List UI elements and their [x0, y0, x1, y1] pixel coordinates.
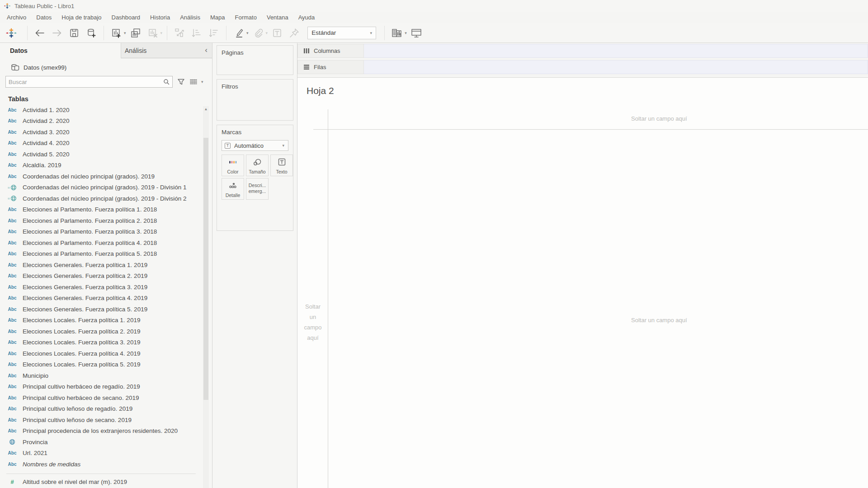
field-item[interactable]: AbcActividad 2. 2020: [0, 116, 202, 127]
field-label: Principal procedencia de los extranjeros…: [23, 427, 178, 434]
highlight-caret-icon[interactable]: ▾: [246, 31, 249, 35]
filters-shelf[interactable]: Filtros: [217, 79, 293, 121]
field-item[interactable]: AbcElecciones al Parlamento. Fuerza polí…: [0, 204, 202, 216]
field-item[interactable]: AbcElecciones Locales. Fuerza política 5…: [0, 359, 202, 371]
search-input[interactable]: [9, 79, 163, 85]
field-item[interactable]: =Coordenadas del núcleo principal (grado…: [0, 193, 202, 204]
detail-button[interactable]: Detalle: [222, 178, 244, 200]
clear-sheet-icon[interactable]: [145, 25, 160, 41]
new-worksheet-icon[interactable]: [108, 25, 124, 41]
columns-shelf-drop-area[interactable]: [364, 44, 868, 58]
field-item[interactable]: AbcPrincipal cultivo leñoso de secano. 2…: [0, 414, 202, 426]
highlight-icon[interactable]: [231, 25, 246, 41]
new-worksheet-caret-icon[interactable]: ▾: [124, 31, 126, 35]
duplicate-sheet-icon[interactable]: [128, 25, 143, 41]
field-item[interactable]: #Altitud sobre el nivel del mar (m). 201…: [0, 477, 202, 488]
group-members-caret-icon[interactable]: ▾: [266, 31, 268, 35]
field-item[interactable]: AbcMunicipio: [0, 370, 202, 381]
field-item[interactable]: AbcActividad 4. 2020: [0, 138, 202, 149]
field-item[interactable]: AbcCoordenadas del núcleo principal (gra…: [0, 171, 202, 182]
field-item[interactable]: AbcUrl. 2021: [0, 448, 202, 459]
drop-zone-top[interactable]: Soltar un campo aquí: [631, 115, 687, 122]
color-button[interactable]: Color: [222, 155, 244, 176]
field-item[interactable]: AbcElecciones Locales. Fuerza política 2…: [0, 326, 202, 337]
size-button[interactable]: Tamaño: [246, 155, 269, 176]
field-item[interactable]: AbcPrincipal cultivo herbáceo de secano.…: [0, 392, 202, 404]
menu-item-ayuda[interactable]: Ayuda: [293, 13, 320, 22]
menu-item-archivo[interactable]: Archivo: [2, 13, 31, 22]
collapse-pane-icon[interactable]: ‹: [205, 46, 208, 55]
fix-axes-icon[interactable]: [287, 25, 302, 41]
field-item[interactable]: AbcElecciones al Parlamento. Fuerza polí…: [0, 237, 202, 249]
field-item[interactable]: AbcElecciones Generales. Fuerza política…: [0, 304, 202, 315]
tab-datos[interactable]: Datos: [0, 43, 121, 58]
group-members-icon[interactable]: [250, 25, 266, 41]
field-item[interactable]: AbcActividad 3. 2020: [0, 127, 202, 138]
menu-item-mapa[interactable]: Mapa: [205, 13, 230, 22]
text-field-icon: Abc: [8, 263, 17, 267]
field-item[interactable]: =Coordenadas del núcleo principal (grado…: [0, 182, 202, 193]
field-item[interactable]: AbcElecciones Generales. Fuerza política…: [0, 293, 202, 304]
field-item[interactable]: AbcPrincipal cultivo herbáceo de regadío…: [0, 381, 202, 393]
cards-column: Páginas Filtros Marcas T Automático ▾ Co…: [213, 43, 297, 488]
filter-fields-icon[interactable]: [177, 78, 185, 85]
swap-rows-columns-icon[interactable]: [172, 25, 187, 41]
field-item[interactable]: AbcElecciones Generales. Fuerza política…: [0, 271, 202, 282]
sheet-area: Columnas Filas Hoja 2 Soltar un campo aq…: [297, 43, 868, 488]
text-button[interactable]: Texto: [270, 155, 293, 176]
field-item[interactable]: AbcElecciones al Parlamento. Fuerza polí…: [0, 215, 202, 226]
title-bar: Tableau Public - Libro1: [0, 0, 868, 12]
menu-item-datos[interactable]: Datos: [31, 13, 57, 22]
view-options-icon[interactable]: [189, 79, 198, 85]
search-box[interactable]: [5, 76, 173, 88]
field-item[interactable]: AbcElecciones Locales. Fuerza política 4…: [0, 348, 202, 359]
drop-zone-center[interactable]: Soltar un campo aquí: [631, 317, 687, 324]
menu-item-análisis[interactable]: Análisis: [175, 13, 205, 22]
field-item[interactable]: AbcActividad 5. 2020: [0, 149, 202, 160]
field-item[interactable]: AbcActividad 1. 2020: [0, 104, 202, 116]
clear-sheet-caret-icon[interactable]: ▾: [160, 31, 163, 35]
tableau-logo-icon[interactable]: [5, 27, 17, 39]
presentation-mode-icon[interactable]: [409, 25, 424, 41]
tooltip-button[interactable]: Descri... emerg...: [246, 178, 269, 200]
show-me-icon[interactable]: [389, 25, 405, 41]
undo-icon[interactable]: [32, 25, 47, 41]
redo-icon[interactable]: [49, 25, 65, 41]
tab-analisis[interactable]: Análisis: [121, 43, 212, 58]
field-item[interactable]: AbcElecciones Generales. Fuerza política…: [0, 259, 202, 271]
field-item[interactable]: AbcElecciones Generales. Fuerza política…: [0, 282, 202, 293]
new-data-source-icon[interactable]: [84, 25, 99, 41]
field-item[interactable]: Provincia: [0, 436, 202, 448]
scrollbar-thumb[interactable]: [203, 138, 208, 400]
field-item[interactable]: AbcPrincipal procedencia de los extranje…: [0, 426, 202, 437]
field-item[interactable]: AbcElecciones Locales. Fuerza política 1…: [0, 315, 202, 326]
show-me-caret-icon[interactable]: ▾: [405, 31, 407, 35]
scroll-up-icon[interactable]: ▲: [203, 107, 209, 111]
data-source-item[interactable]: Datos (smex99): [11, 61, 66, 74]
drop-zone-left[interactable]: Soltaruncampoaquí: [300, 301, 326, 343]
menu-item-hoja-de-trabajo[interactable]: Hoja de trabajo: [57, 13, 106, 22]
field-item[interactable]: AbcNombres de medidas: [0, 459, 202, 470]
view-options-caret-icon[interactable]: ▾: [201, 80, 203, 84]
window-title: Tableau Public - Libro1: [14, 3, 74, 9]
field-item[interactable]: AbcAlcaldía. 2019: [0, 160, 202, 171]
pages-shelf[interactable]: Páginas: [217, 45, 293, 75]
sheet-canvas[interactable]: Hoja 2 Soltar un campo aquí Soltar un ca…: [297, 77, 868, 488]
menu-item-formato[interactable]: Formato: [230, 13, 262, 22]
menu-item-historia[interactable]: Historia: [145, 13, 175, 22]
sort-ascending-icon[interactable]: [189, 25, 204, 41]
mark-type-select[interactable]: T Automático ▾: [222, 140, 288, 151]
show-mark-labels-icon[interactable]: [269, 25, 285, 41]
field-item[interactable]: AbcElecciones al Parlamento. Fuerza polí…: [0, 226, 202, 238]
menu-item-ventana[interactable]: Ventana: [262, 13, 293, 22]
menu-item-dashboard[interactable]: Dashboard: [107, 13, 146, 22]
field-item[interactable]: AbcPrincipal cultivo leñoso de regadío. …: [0, 404, 202, 415]
save-icon[interactable]: [66, 25, 82, 41]
field-list-scrollbar[interactable]: ▲: [203, 106, 209, 488]
sort-descending-icon[interactable]: [206, 25, 222, 41]
rows-shelf-drop-area[interactable]: [364, 60, 868, 74]
view-mode-select[interactable]: Estándar ▾: [307, 27, 376, 39]
field-item[interactable]: AbcElecciones al Parlamento. Fuerza polí…: [0, 249, 202, 260]
field-item[interactable]: AbcElecciones Locales. Fuerza política 3…: [0, 337, 202, 348]
text-field-icon: Abc: [8, 207, 17, 212]
